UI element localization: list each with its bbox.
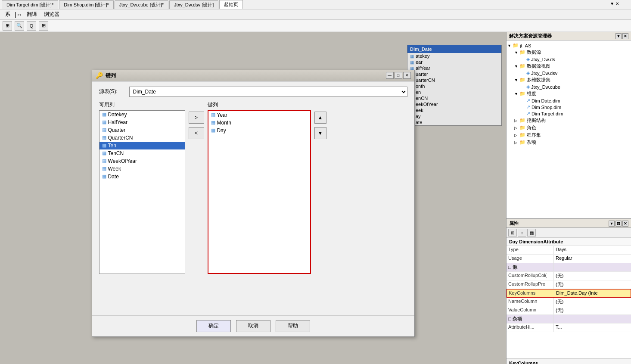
toolbar-btn-1[interactable]: ⊞ — [3, 21, 12, 31]
cancel-button[interactable]: 取消 — [236, 320, 270, 332]
key-item-day[interactable]: ▦Day — [208, 127, 310, 134]
col-icon: ▦ — [102, 143, 106, 148]
props-expand-button[interactable]: ⊡ — [615, 221, 622, 227]
dialog-minimize-button[interactable]: — — [386, 72, 394, 79]
props-val-crc: (无) — [554, 272, 631, 280]
list-item-tencn[interactable]: ▦TenCN — [99, 149, 185, 157]
folder-icon-assembly: 📁 — [519, 132, 525, 138]
available-label: 可用列 — [99, 101, 185, 109]
tree-arrow-mining[interactable]: ▷ — [514, 118, 519, 123]
dialog-title-bar: 🔑 键列 — □ ✕ — [92, 70, 414, 81]
tree-dim-date[interactable]: ↗ Dim Date.dim — [507, 97, 630, 104]
toolbar-btn-3[interactable]: ⊞ — [39, 21, 48, 31]
move-down-button[interactable]: ▼ — [314, 127, 326, 139]
props-key-misc: □ 杂项 — [507, 315, 554, 323]
props-key-valuecol: ValueColumn — [507, 306, 554, 314]
folder-icon-dsv: 📁 — [519, 63, 525, 69]
folder-icon: 📁 — [513, 43, 519, 48]
dialog-maximize-button[interactable]: □ — [395, 72, 402, 79]
dsv-file-label: Jtxy_Dw.dsv — [531, 71, 557, 76]
props-footer: KeyColumns 指定绑定到包含成员键的列的详细信息@泽于F — [507, 358, 631, 364]
col-icon: ▦ — [102, 119, 106, 125]
tree-arrow-ds[interactable]: ▼ — [514, 50, 519, 55]
list-item-ten[interactable]: ▦Ten — [99, 142, 185, 149]
tree-ds-file[interactable]: ◈ Jtxy_Dw.ds — [507, 56, 630, 62]
tab-start[interactable]: 起始页 — [219, 0, 243, 9]
tree-dsv-folder[interactable]: ▼ 📁 数据源视图 — [507, 62, 630, 70]
panel-close-button[interactable]: ✕ — [622, 33, 628, 39]
tab-bar: Dim Target.dim [设计]* Dim Shop.dim [设计]* … — [0, 0, 631, 9]
tree-arrow-role[interactable]: ▷ — [514, 126, 519, 130]
panel-pin-button[interactable]: ▼ — [615, 33, 622, 39]
props-pages[interactable]: ▦ — [527, 229, 536, 236]
tree-cube-folder[interactable]: ▼ 📁 多维数据集 — [507, 76, 630, 84]
tree-mining-folder[interactable]: ▷ 📁 挖掘结构 — [507, 117, 630, 124]
resource-manager-header: 解决方案资源管理器 ▼ ✕ — [507, 32, 631, 40]
props-section-misc: □ 杂项 — [507, 315, 631, 324]
tree-root[interactable]: ▼ 📁 jt_AS — [507, 42, 630, 49]
tree-assembly-folder[interactable]: ▷ 📁 程序集 — [507, 131, 630, 139]
tree-arrow-dsv[interactable]: ▼ — [514, 64, 519, 68]
help-button[interactable]: 帮助 — [276, 320, 310, 332]
panel-header-buttons: ▼ ✕ — [615, 33, 628, 39]
col-icon: ▦ — [102, 112, 106, 117]
remove-button[interactable]: < — [189, 127, 204, 139]
tab-dsv[interactable]: Jtxy_Dw.dsv [设计] — [169, 0, 218, 9]
tree-dsv-file[interactable]: ◈ Jtxy_Dw.dsv — [507, 70, 630, 76]
key-item-month[interactable]: ▦Month — [208, 119, 310, 127]
list-item-halfyear[interactable]: ▦HalfYear — [99, 118, 185, 126]
tab-dim-target[interactable]: Dim Target.dim [设计]* — [2, 0, 58, 9]
tree-datasource-folder[interactable]: ▼ 📁 数据源 — [507, 49, 630, 56]
dialog-close-button[interactable]: ✕ — [403, 72, 411, 79]
source-select[interactable]: Dim_Date — [129, 87, 407, 97]
tree-dim-target[interactable]: ↗ Dim Target.dim — [507, 110, 630, 117]
ok-button[interactable]: 确定 — [196, 320, 231, 332]
tree-arrow-misc[interactable]: ▷ — [514, 140, 519, 145]
tree-arrow-assembly[interactable]: ▷ — [514, 133, 519, 137]
dim-shop-label: Dim Shop.dim — [532, 105, 561, 110]
list-item-week[interactable]: ▦Week — [99, 165, 185, 173]
menu-item-xi[interactable]: 系 — [3, 10, 13, 19]
key-list[interactable]: ▦Year ▦Month ▦Day — [208, 110, 311, 274]
props-key-type: Type — [507, 246, 554, 254]
tree-dim-shop[interactable]: ↗ Dim Shop.dim — [507, 104, 630, 110]
props-val-type: Days — [554, 246, 631, 254]
props-row-keycolumns[interactable]: KeyColumns Dim_Date.Day (Inte — [507, 289, 631, 298]
tab-close-button[interactable]: ▼ ✕ — [608, 1, 621, 6]
dialog-title: 🔑 键列 — [96, 72, 116, 79]
props-row-customrollup-prop: CustomRollupPro (无) — [507, 280, 631, 289]
toolbar-btn-2[interactable]: 🔍 — [15, 21, 24, 31]
tree-cube-file[interactable]: ◈ Jtxy_Dw.cube — [507, 84, 630, 90]
tree-misc-folder[interactable]: ▷ 📁 杂项 — [507, 139, 630, 146]
props-close-button[interactable]: ✕ — [622, 221, 628, 227]
tree-arrow-cube[interactable]: ▼ — [514, 78, 519, 82]
available-list[interactable]: ▦Datekey ▦HalfYear ▦Quarter ▦QuarterCN ▦… — [99, 110, 185, 274]
tree-role-folder[interactable]: ▷ 📁 角色 — [507, 124, 630, 131]
menu-item-browser[interactable]: 浏览器 — [41, 10, 62, 19]
list-item-datekey[interactable]: ▦Datekey — [99, 111, 185, 118]
props-footer-title: KeyColumns — [509, 361, 628, 364]
list-item-weekofyear[interactable]: ▦WeekOfYear — [99, 157, 185, 165]
tab-cube[interactable]: Jtxy_Dw.cube [设计]* — [115, 0, 168, 9]
props-pin-button[interactable]: ▼ — [609, 221, 615, 227]
props-sort-category[interactable]: ⊞ — [508, 229, 517, 236]
props-key-source: □ 源 — [507, 263, 554, 271]
dialog-footer: 确定 取消 帮助 — [92, 315, 414, 336]
tree-arrow[interactable]: ▼ — [507, 44, 513, 48]
props-row-attr: AttributeHi... T... — [507, 324, 631, 332]
list-item-quartercn[interactable]: ▦QuarterCN — [99, 134, 185, 142]
list-item-date[interactable]: ▦Date — [99, 173, 185, 180]
toolbar-icon1: |↔ — [15, 11, 22, 18]
tab-dim-shop[interactable]: Dim Shop.dim [设计]* — [59, 0, 114, 9]
resource-manager-title: 解决方案资源管理器 — [509, 33, 552, 39]
toolbar-btn-zoom[interactable]: Q — [27, 21, 36, 31]
tree-arrow-dim[interactable]: ▼ — [514, 92, 519, 96]
menu-item-translate[interactable]: 翻译 — [24, 10, 40, 19]
resource-manager: 解决方案资源管理器 ▼ ✕ ▼ 📁 jt_AS ▼ 📁 数据 — [507, 32, 631, 219]
props-sort-alpha[interactable]: ↕ — [518, 229, 526, 236]
tree-dim-folder[interactable]: ▼ 📁 维度 — [507, 90, 630, 97]
key-item-year[interactable]: ▦Year — [208, 111, 310, 119]
add-button[interactable]: > — [189, 112, 204, 124]
list-item-quarter[interactable]: ▦Quarter — [99, 126, 185, 134]
move-up-button[interactable]: ▲ — [314, 112, 326, 124]
